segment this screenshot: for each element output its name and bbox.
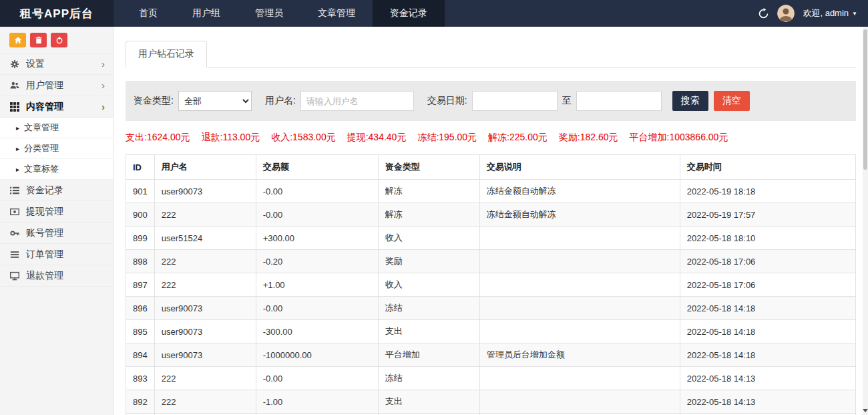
date-start-input[interactable] [472, 91, 558, 111]
cell-fund-type: 解冻 [378, 180, 479, 203]
cell-username: user90073 [154, 180, 256, 203]
sidebar-item-settings[interactable]: 设置 › [0, 53, 113, 75]
clear-button[interactable]: 清空 [714, 91, 750, 111]
sidebar-item-label: 退款管理 [26, 270, 63, 282]
triangle-right-icon: ▸ [16, 124, 19, 132]
clear-cache-button[interactable] [30, 33, 47, 47]
user-menu[interactable]: 欢迎, admin ▼ [803, 7, 857, 19]
cell-username: 222 [154, 390, 256, 414]
nav-item-articles[interactable]: 文章管理 [300, 0, 373, 27]
sidebar-subitem-article-tags[interactable]: ▸ 文章标签 [0, 159, 113, 180]
date-label: 交易日期: [427, 95, 467, 107]
cell-fund-type: 收入 [378, 273, 479, 297]
home-button[interactable] [9, 33, 26, 47]
tab-bar: 用户钻石记录 [126, 40, 856, 67]
cell-amount: -0.00 [256, 367, 378, 390]
chevron-down-icon: ▼ [852, 11, 857, 17]
scrollbar[interactable] [863, 27, 868, 415]
sidebar-item-refund-management[interactable]: 退款管理 [0, 265, 113, 287]
date-to-label: 至 [562, 95, 572, 107]
table-row: 895user90073-300.00支出2022-05-18 14:18 [126, 320, 856, 343]
sidebar-item-withdraw-management[interactable]: 提现管理 [0, 201, 113, 223]
nav-item-admins[interactable]: 管理员 [238, 0, 300, 27]
sidebar-subitem-article-management[interactable]: ▸ 文章管理 [0, 118, 113, 138]
scroll-down-arrow-icon[interactable] [863, 409, 868, 412]
search-button[interactable]: 搜索 [672, 91, 708, 111]
table-row: 900222-0.00解冻冻结金额自动解冻2022-05-19 17:57 [126, 203, 856, 227]
admin-page: 租号APP后台 首页 用户组 管理员 文章管理 资金记录 欢迎, admin ▼ [0, 0, 868, 415]
nav-item-user-groups[interactable]: 用户组 [175, 0, 238, 27]
cell-description: 冻结金额自动解冻 [479, 180, 680, 203]
cell-time: 2022-05-19 18:18 [680, 180, 855, 203]
cell-username: 222 [154, 203, 256, 227]
sidebar-quick-buttons [0, 27, 113, 53]
sidebar-item-user-management[interactable]: 用户管理 › [0, 75, 113, 96]
cell-description [479, 273, 680, 297]
chevron-right-icon: › [101, 80, 105, 90]
filter-bar: 资金类型: 全部 用户名: 交易日期: 至 搜索 清空 [126, 81, 856, 121]
cell-fund-type: 平台增加 [378, 343, 479, 367]
sidebar-subitem-label: 文章管理 [24, 122, 59, 134]
cell-time: 2022-05-18 17:06 [680, 273, 855, 297]
sidebar-item-account-management[interactable]: 账号管理 [0, 223, 113, 244]
top-navbar: 租号APP后台 首页 用户组 管理员 文章管理 资金记录 欢迎, admin ▼ [0, 0, 868, 27]
table-header-row: ID 用户名 交易额 资金类型 交易说明 交易时间 [126, 155, 856, 180]
refresh-icon[interactable] [758, 8, 769, 19]
sidebar-subitem-label: 文章标签 [24, 163, 59, 175]
stat-expense: 支出:1624.00元 [126, 132, 190, 144]
nav-item-home[interactable]: 首页 [122, 0, 175, 27]
cell-description: 管理员后台增加金额 [479, 343, 680, 367]
cell-time: 2022-05-18 14:13 [680, 367, 855, 390]
sidebar-item-order-management[interactable]: 订单管理 [0, 244, 113, 265]
cell-id: 901 [126, 180, 155, 203]
cell-username: 222 [154, 273, 256, 297]
sidebar-item-label: 资金记录 [26, 184, 63, 196]
cell-id: 895 [126, 320, 155, 343]
cell-fund-type: 冻结 [378, 297, 479, 320]
cell-time: 2022-05-19 17:57 [680, 203, 855, 227]
home-icon [14, 36, 22, 44]
table-row: 901user90073-0.00解冻冻结金额自动解冻2022-05-19 18… [126, 180, 856, 203]
fund-type-label: 资金类型: [134, 95, 174, 107]
stats-bar: 支出:1624.00元 退款:113.00元 收入:1583.00元 提现:43… [126, 132, 856, 144]
cell-time: 2022-05-18 14:18 [680, 320, 855, 343]
stat-platform-add: 平台增加:1003866.00元 [630, 132, 728, 144]
stat-reward: 奖励:182.60元 [559, 132, 618, 144]
cell-fund-type: 收入 [378, 227, 479, 250]
cell-id: 897 [126, 273, 155, 297]
cell-fund-type: 冻结 [378, 367, 479, 390]
table-row: 893222-0.00冻结2022-05-18 14:13 [126, 367, 856, 390]
power-button[interactable] [51, 33, 67, 47]
cell-amount: -300.00 [256, 320, 378, 343]
cell-username: user90073 [154, 343, 256, 367]
cell-time: 2022-05-18 14:18 [680, 297, 855, 320]
header-description: 交易说明 [479, 155, 680, 180]
cell-amount: -1000000.00 [256, 343, 378, 367]
cell-time: 2022-05-18 14:13 [680, 390, 855, 414]
fund-type-select[interactable]: 全部 [178, 91, 252, 111]
nav-item-fund-records[interactable]: 资金记录 [373, 0, 445, 27]
cell-description [479, 390, 680, 414]
username-input[interactable] [300, 91, 414, 111]
sidebar-subitem-category-management[interactable]: ▸ 分类管理 [0, 138, 113, 159]
sidebar-item-fund-records[interactable]: 资金记录 [0, 180, 113, 201]
scrollbar-thumb[interactable] [863, 29, 867, 170]
triangle-right-icon: ▸ [16, 145, 19, 152]
cell-id: 898 [126, 250, 155, 273]
cell-description [479, 297, 680, 320]
header-username: 用户名 [154, 155, 256, 180]
brand-logo[interactable]: 租号APP后台 [0, 0, 114, 27]
sidebar-item-content-management[interactable]: 内容管理 › [0, 96, 113, 118]
monitor-icon [10, 271, 19, 281]
date-end-input[interactable] [576, 91, 662, 111]
table-row: 894user90073-1000000.00平台增加管理员后台增加金额2022… [126, 343, 856, 367]
cell-amount: +300.00 [256, 227, 378, 250]
cell-fund-type: 解冻 [378, 203, 479, 227]
sidebar-item-label: 内容管理 [26, 101, 63, 113]
records-table: ID 用户名 交易额 资金类型 交易说明 交易时间 901user90073-0… [126, 154, 856, 415]
avatar[interactable] [777, 5, 795, 22]
chevron-right-icon: › [101, 59, 105, 69]
sidebar-item-label: 提现管理 [26, 206, 63, 218]
stat-refund: 退款:113.00元 [202, 132, 260, 144]
tab-user-diamond-records[interactable]: 用户钻石记录 [126, 41, 207, 67]
